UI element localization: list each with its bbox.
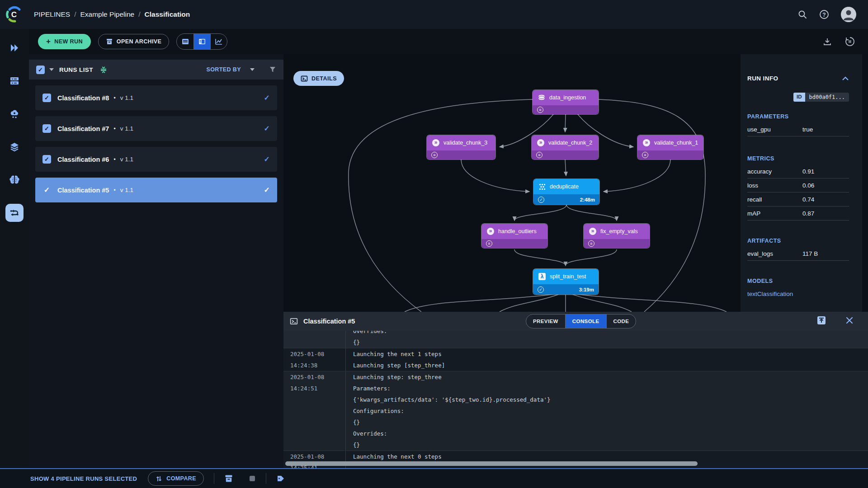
run-checkbox[interactable]: ✓ <box>42 94 51 102</box>
log-line: Overrides: <box>353 331 387 337</box>
process-grid-icon <box>539 183 546 190</box>
dag-node-deduplicate[interactable]: deduplicate ✓ 2:48m <box>533 179 599 205</box>
node-duration: 3:19m <box>579 287 594 292</box>
metrics-view-toggle[interactable] <box>210 34 227 49</box>
breadcrumb-current: Classification <box>145 10 190 19</box>
metric-value: 0.87 <box>802 210 814 217</box>
auto-refresh-icon[interactable] <box>844 36 855 47</box>
parameter-row: use_gpu true <box>747 122 849 136</box>
run-row-classification-7[interactable]: ✓ Classification #7 • v 1.1 ✓ <box>35 116 277 141</box>
cached-icon: ≡ <box>588 240 594 247</box>
models-brain-icon[interactable] <box>5 171 24 189</box>
breadcrumb-pipelines[interactable]: PIPELINES <box>34 10 70 19</box>
select-all-checkbox[interactable]: ✓ <box>36 66 45 74</box>
log-line: Launching step [step_three] <box>353 360 445 371</box>
run-checkbox[interactable]: ✓ <box>42 155 51 164</box>
terminal-icon <box>290 317 298 325</box>
dag-node-validate-chunk-2[interactable]: » validate_chunk_2 ≡ <box>532 135 599 160</box>
node-label: split_train_test <box>550 273 586 280</box>
breadcrumb: PIPELINES / Example Pipeline / Classific… <box>34 10 190 19</box>
divider <box>266 473 266 484</box>
run-checkbox[interactable]: ✓ <box>42 124 51 133</box>
pipeline-dag-canvas[interactable]: DETAILS <box>283 54 741 312</box>
function-step-icon: » <box>589 228 596 235</box>
sorted-by-control[interactable]: SORTED BY <box>206 66 276 73</box>
log-line: {} <box>353 439 551 450</box>
dag-node-handle-outliers[interactable]: » handle_outliers ≡ <box>481 224 547 248</box>
console-log[interactable]: Overrides: {} 2025-01-08 14:24:38 Launch… <box>283 331 868 468</box>
id-value[interactable]: bd00a0f1... <box>805 93 849 102</box>
run-id-chip[interactable]: ID bd00a0f1... <box>747 93 849 102</box>
run-version: v 1.1 <box>120 187 133 193</box>
collapse-chevron-up-icon[interactable] <box>842 76 849 81</box>
log-group: 2025-01-08 14:24:51 Launching step: step… <box>283 371 868 450</box>
terminal-icon <box>301 75 308 82</box>
metric-row: accuracy 0.91 <box>747 164 849 178</box>
data-cloud-icon[interactable] <box>5 105 24 123</box>
dag-node-validate-chunk-3[interactable]: » validate_chunk_3 ≡ <box>427 135 495 160</box>
open-in-window-icon[interactable] <box>816 315 826 325</box>
models-section-title: MODELS <box>747 278 849 284</box>
compare-button[interactable]: COMPARE <box>148 471 204 486</box>
log-line: Launching step: step_three <box>353 371 551 383</box>
lambda-icon: λ <box>538 273 546 280</box>
run-selected-check-icon[interactable]: ✓ <box>42 186 51 194</box>
pipelines-icon[interactable] <box>5 204 24 222</box>
dag-node-data-ingestion[interactable]: data_ingestion ≡ <box>533 90 599 114</box>
metric-value: 0.91 <box>802 168 814 175</box>
artifact-value: 117 B <box>802 250 818 257</box>
metric-row: mAP 0.87 <box>747 206 849 221</box>
new-run-button[interactable]: + NEW RUN <box>38 34 91 49</box>
dag-node-validate-chunk-1[interactable]: » validate_chunk_1 ≡ <box>637 135 703 160</box>
model-link[interactable]: textClassification <box>747 287 849 301</box>
runs-list-title: RUNS LIST <box>59 66 93 73</box>
run-row-classification-6[interactable]: ✓ Classification #6 • v 1.1 ✓ <box>35 147 277 172</box>
view-toggle <box>176 33 227 50</box>
function-step-icon: » <box>432 139 439 146</box>
archive-icon <box>106 38 113 45</box>
tag-action-icon[interactable] <box>276 474 285 483</box>
search-icon[interactable] <box>797 9 807 19</box>
details-button[interactable]: DETAILS <box>293 71 344 86</box>
dag-node-fix-empty-vals[interactable]: » fix_empty_vals ≡ <box>584 224 650 248</box>
run-row-classification-5-selected[interactable]: ✓ Classification #5 • v 1.1 ✓ <box>35 178 277 202</box>
metric-value: 0.06 <box>802 182 814 189</box>
tab-preview[interactable]: PREVIEW <box>526 314 565 328</box>
workers-queues-icon[interactable] <box>5 72 24 90</box>
run-row-classification-8[interactable]: ✓ Classification #8 • v 1.1 ✓ <box>35 85 277 110</box>
log-line: Launching the next 1 steps <box>353 348 445 360</box>
abort-action-icon[interactable] <box>249 475 256 482</box>
horizontal-scrollbar[interactable] <box>285 461 698 466</box>
node-label: data_ingestion <box>549 94 586 101</box>
id-badge: ID <box>793 93 805 102</box>
scroll-to-selected-icon[interactable] <box>99 66 108 74</box>
user-avatar[interactable] <box>841 7 856 22</box>
console-tabs: PREVIEW CONSOLE CODE <box>526 314 636 328</box>
log-line: Configurations: <box>353 405 551 417</box>
download-icon[interactable] <box>823 37 832 46</box>
dag-node-split-train-test[interactable]: λ split_train_test ✓ 3:19m <box>533 269 599 295</box>
open-archive-button[interactable]: OPEN ARCHIVE <box>98 34 170 49</box>
table-view-toggle[interactable] <box>177 34 193 49</box>
log-group: 2025-01-08 14:24:38 Launching the next 1… <box>283 348 868 371</box>
selection-bottom-bar: SHOW 4 PIPELINE RUNS SELECTED COMPARE <box>0 468 868 488</box>
tab-console[interactable]: CONSOLE <box>565 314 606 328</box>
cached-icon: ≡ <box>536 152 542 158</box>
log-line: Launching the next 0 steps <box>353 451 442 462</box>
projects-icon[interactable] <box>5 39 24 57</box>
clearml-logo-icon[interactable]: C <box>5 5 23 23</box>
archive-action-icon[interactable] <box>224 474 233 483</box>
help-icon[interactable]: ? <box>819 9 829 19</box>
breadcrumb-project[interactable]: Example Pipeline <box>80 10 134 19</box>
log-line: Parameters: <box>353 383 551 394</box>
split-view-toggle[interactable] <box>193 34 210 49</box>
tab-code[interactable]: CODE <box>606 314 636 328</box>
selection-count-text[interactable]: SHOW 4 PIPELINE RUNS SELECTED <box>30 475 137 482</box>
cached-icon: ≡ <box>537 107 543 113</box>
datasets-layers-icon[interactable] <box>5 138 24 156</box>
filter-funnel-icon[interactable] <box>269 66 276 73</box>
select-all-caret-icon[interactable] <box>49 68 54 71</box>
close-icon[interactable] <box>845 316 854 324</box>
run-info-scrollbar[interactable] <box>862 54 868 312</box>
bullet-dot: • <box>113 187 115 193</box>
